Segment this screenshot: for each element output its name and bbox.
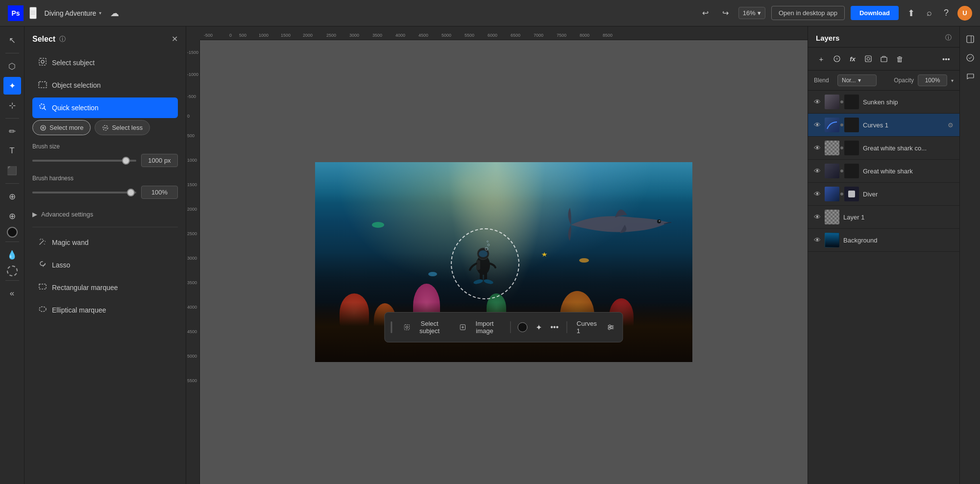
layer-mask-shark xyxy=(844,164,859,178)
layer-dot-shark xyxy=(840,169,843,172)
layer-item-shark-co[interactable]: 👁 Great white shark co... xyxy=(808,137,959,160)
select-subject-tool[interactable]: Select subject xyxy=(32,52,178,73)
shape-tool[interactable]: ⬛ xyxy=(3,162,21,179)
layer-item-layer-1[interactable]: 👁 Layer 1 xyxy=(808,206,959,229)
layer-visibility-shark-co[interactable]: 👁 xyxy=(814,144,821,152)
group-layers-button[interactable] xyxy=(877,51,891,66)
download-button[interactable]: Download xyxy=(851,6,899,20)
lasso-tool[interactable]: Lasso xyxy=(32,255,178,275)
toolbar-separator-1 xyxy=(5,53,19,53)
adjust-layer-button[interactable] xyxy=(830,51,844,66)
layer-visibility-shark[interactable]: 👁 xyxy=(814,167,821,175)
search-button[interactable]: ⌕ xyxy=(924,5,935,21)
shark-silhouette xyxy=(566,198,674,242)
cloud-icon[interactable]: ☁ xyxy=(107,5,122,22)
panel-close-button[interactable]: ✕ xyxy=(172,34,178,44)
opacity-input[interactable] xyxy=(918,74,947,86)
menu-button[interactable]: ≡ xyxy=(29,7,37,19)
right-panel-toggle[interactable] xyxy=(962,31,978,47)
select-less-button[interactable]: Select less xyxy=(95,120,150,135)
move-tool[interactable]: ↖ xyxy=(3,31,21,49)
brush-hardness-slider[interactable] xyxy=(32,192,136,194)
type-tool[interactable]: T xyxy=(3,142,21,160)
open-desktop-button[interactable]: Open in desktop app xyxy=(771,6,845,20)
layer-visibility-background[interactable]: 👁 xyxy=(814,236,821,244)
layer-item-shark[interactable]: 👁 Great white shark xyxy=(808,160,959,183)
select-tool[interactable]: ⬡ xyxy=(3,57,21,75)
advanced-settings[interactable]: ▶ Advanced settings xyxy=(32,207,178,222)
right-adjust-panel[interactable] xyxy=(962,50,978,66)
layer-visibility-curves-1[interactable]: 👁 xyxy=(814,121,821,129)
share-button[interactable]: ⬆ xyxy=(905,5,918,22)
layer-item-diver[interactable]: 👁 Diver xyxy=(808,183,959,206)
layers-more-button[interactable]: ••• xyxy=(939,51,954,66)
layer-item-background[interactable]: 👁 Background xyxy=(808,229,959,252)
brush-hardness-thumb[interactable] xyxy=(127,189,135,196)
quick-selection-tool[interactable]: Quick selection xyxy=(32,97,178,118)
panel-info-icon: ⓘ xyxy=(59,35,66,44)
toolbar-separator-3 xyxy=(5,183,19,184)
object-selection-tool[interactable]: Object selection xyxy=(32,75,178,96)
brush-hardness-input[interactable] xyxy=(141,186,178,199)
fx-button[interactable]: fx xyxy=(845,51,860,66)
help-button[interactable]: ? xyxy=(941,5,952,21)
panel-title-row: Select ⓘ xyxy=(32,35,66,44)
curves-settings-icon[interactable]: ⚙ xyxy=(948,121,954,129)
select-modify-buttons: Select more Select less xyxy=(32,120,178,135)
vertical-ruler: -1500 -1000 -500 0 500 1000 1500 2000 25… xyxy=(186,40,200,484)
ruler-row: -500 0 500 1000 1500 2000 2500 3000 3500… xyxy=(186,26,808,40)
layer-visibility-layer-1[interactable]: 👁 xyxy=(814,213,821,221)
layer-mask-curves-1 xyxy=(844,118,859,132)
crop-tool[interactable]: ⊹ xyxy=(3,97,21,114)
bottom-adjust-button[interactable]: ✦ xyxy=(533,319,545,335)
zoom-control[interactable]: 16% ▾ xyxy=(738,7,765,19)
bottom-contextual-toolbar: Select subject Import image xyxy=(384,312,623,342)
layer-visibility-sunken-ship[interactable]: 👁 xyxy=(814,98,821,106)
redo-button[interactable]: ↪ xyxy=(718,5,733,21)
select-more-button[interactable]: Select more xyxy=(32,120,91,135)
undo-button[interactable]: ↩ xyxy=(698,5,712,21)
right-panels: Layers ⓘ + fx 🗑 ••• Blend xyxy=(808,26,959,484)
layers-list: 👁 Sunken ship 👁 xyxy=(808,91,959,484)
brush-size-row xyxy=(32,154,178,167)
layer-thumb-group-curves-1 xyxy=(825,118,859,132)
rectangular-marquee-icon xyxy=(38,282,47,293)
delete-layer-button[interactable]: 🗑 xyxy=(892,51,907,66)
layer-thumb-group-diver xyxy=(825,187,859,201)
brush-tool[interactable]: ✏ xyxy=(3,122,21,140)
layer-item-sunken-ship[interactable]: 👁 Sunken ship xyxy=(808,91,959,114)
add-layer-button[interactable]: + xyxy=(814,51,829,66)
eyedropper-tool[interactable]: 💧 xyxy=(3,246,21,264)
brush-size-thumb[interactable] xyxy=(122,157,130,165)
avatar[interactable]: U xyxy=(957,6,972,21)
layer-item-curves-1[interactable]: 👁 Curves 1 ⚙ xyxy=(808,114,959,137)
rectangular-marquee-tool[interactable]: Rectangular marquee xyxy=(32,277,178,298)
magic-wand-tool[interactable]: Magic wand xyxy=(32,232,178,253)
bottom-select-subject-button[interactable]: Select subject xyxy=(398,316,450,338)
brush-size-input[interactable] xyxy=(141,154,178,167)
file-title[interactable]: Diving Adventure ▾ xyxy=(45,9,102,17)
collapse-panel[interactable]: « xyxy=(3,285,21,302)
mask-button[interactable] xyxy=(861,51,876,66)
layer-visibility-diver[interactable]: 👁 xyxy=(814,190,821,198)
bottom-color-button[interactable] xyxy=(516,319,529,335)
blend-mode-select[interactable]: Nor... ▾ xyxy=(837,74,877,86)
background-color[interactable] xyxy=(7,266,18,276)
bottom-import-image-button[interactable]: Import image xyxy=(454,316,504,338)
svg-point-28 xyxy=(611,326,612,328)
heal-tool[interactable]: ⊕ xyxy=(3,188,21,205)
elliptical-marquee-tool[interactable]: Elliptical marquee xyxy=(32,300,178,320)
clone-tool[interactable]: ⊕ xyxy=(3,207,21,225)
layer-thumb-group-layer-1 xyxy=(825,210,839,224)
opacity-chevron-icon[interactable]: ▾ xyxy=(951,78,954,83)
horizontal-ruler: -500 0 500 1000 1500 2000 2500 3000 3500… xyxy=(200,26,808,40)
fish-yellow-1 xyxy=(579,258,589,263)
foreground-color[interactable] xyxy=(7,227,18,238)
right-chat-panel[interactable] xyxy=(962,69,978,84)
bottom-settings-button[interactable] xyxy=(605,319,617,335)
canvas-viewport[interactable]: Select subject Import image xyxy=(200,40,808,484)
quick-select-tool[interactable]: ✦ xyxy=(3,77,21,95)
brush-size-slider[interactable] xyxy=(32,160,136,162)
bottom-more-button[interactable]: ••• xyxy=(548,319,561,335)
svg-point-37 xyxy=(967,54,974,61)
